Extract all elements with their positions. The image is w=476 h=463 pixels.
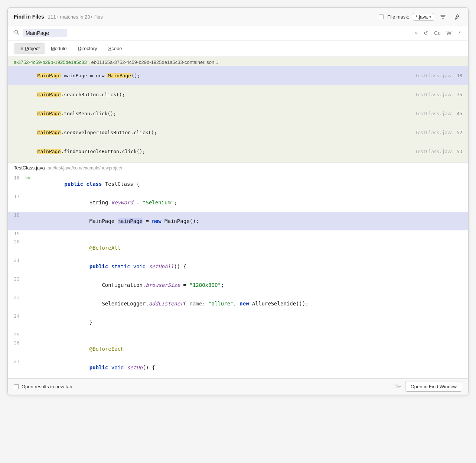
result-file-header: a-3752-4c59-b29b-1925de1a5c33", eb01165a… <box>8 58 468 66</box>
clear-search-button[interactable]: × <box>413 29 419 37</box>
file-path-gray: eb01165a-3752-4c59-b29b-1925de1a5c33-con… <box>90 59 218 65</box>
match-count: 111+ matches in 23+ files <box>48 14 103 20</box>
result-row[interactable]: mainPage.searchButton.click(); TestClass… <box>8 85 468 104</box>
line-content: SelenideLogger.addListener( name: "allur… <box>33 295 468 313</box>
result-filename: TestClass.java 45 <box>415 111 462 116</box>
line-number: 16 <box>8 175 26 181</box>
code-line-16: 16 ▷▷ public class TestClass { <box>8 175 468 193</box>
whole-word-button[interactable]: W <box>445 29 453 37</box>
panel-footer: Open results in new tab ⌘↵ Open in Find … <box>8 378 468 395</box>
code-line-23: 23 SelenideLogger.addListener( name: "al… <box>8 294 468 313</box>
regex-button[interactable]: .* <box>456 29 462 37</box>
code-preview: TestClass.java src/test/java/com/example… <box>8 162 468 378</box>
line-content: public void setUp() { <box>33 359 468 376</box>
line-content: MainPage mainPage = new MainPage(); <box>33 212 468 230</box>
code-line-21: 21 public static void setUpAll() { <box>8 257 468 276</box>
result-row[interactable]: mainPage.findYourToolsButton.click(); Te… <box>8 142 468 161</box>
result-row[interactable]: mainPage.seeDeveloperToolsButton.click()… <box>8 123 468 142</box>
chevron-down-icon: ▾ <box>429 14 431 19</box>
match-highlight: mainPage <box>37 130 61 135</box>
shortcut-label: ⌘↵ <box>393 384 402 389</box>
line-content: } <box>33 313 468 331</box>
file-mask-value: *.java <box>415 14 428 20</box>
match-highlight: MainPage <box>37 73 61 78</box>
line-content: public class TestClass { <box>33 175 468 193</box>
preview-file-header: TestClass.java src/test/java/com/example… <box>8 163 468 173</box>
open-tab-label: Open results in new tab <box>22 384 72 389</box>
code-line-27: 27 public void setUp() { <box>8 358 468 377</box>
code-line-17: 17 String keyword = "Selenium"; <box>8 193 468 212</box>
svg-point-0 <box>15 30 18 33</box>
code-line-18: 18 MainPage mainPage = new MainPage(); <box>8 212 468 230</box>
code-line-19: 19 <box>8 230 468 239</box>
result-row[interactable]: MainPage mainPage = new MainPage(); Test… <box>8 66 468 85</box>
line-content: @BeforeAll <box>33 239 468 257</box>
result-filename: TestClass.java 35 <box>415 92 462 97</box>
file-mask-checkbox[interactable] <box>379 14 384 19</box>
line-number: 22 <box>8 276 26 282</box>
result-code: mainPage.findYourToolsButton.click(); <box>14 143 415 160</box>
line-number: 19 <box>8 231 26 236</box>
run-icon[interactable]: ▷▷ <box>26 175 33 180</box>
line-content: Configuration.browserSize = "1280x800"; <box>33 276 468 294</box>
match-highlight: mainPage <box>37 111 61 116</box>
code-line-24: 24 } <box>8 313 468 331</box>
line-number: 23 <box>8 295 26 300</box>
results-area: a-3752-4c59-b29b-1925de1a5c33", eb01165a… <box>8 57 468 162</box>
file-mask-label: File mask: <box>387 14 409 20</box>
open-tab-checkbox[interactable] <box>14 384 19 389</box>
line-number: 24 <box>8 313 26 319</box>
match-highlight: mainPage <box>37 149 61 154</box>
code-line-25: 25 <box>8 331 468 340</box>
line-number: 17 <box>8 194 26 199</box>
line-content: public static void setUpAll() { <box>33 258 468 275</box>
case-sensitive-button[interactable]: Cc <box>433 29 442 37</box>
result-filename: TestClass.java 53 <box>415 149 462 154</box>
line-content: @BeforeEach <box>33 340 468 358</box>
tab-scope[interactable]: Scope <box>103 43 128 54</box>
result-filename: TestClass.java 52 <box>415 130 462 135</box>
result-code: mainPage.toolsMenu.click(); <box>14 105 415 122</box>
search-input[interactable]: MainPage <box>23 29 67 37</box>
panel-header: Find in Files 111+ matches in 23+ files … <box>8 8 468 26</box>
search-icon[interactable] <box>14 29 20 37</box>
result-code: mainPage.searchButton.click(); <box>14 86 415 103</box>
line-number: 21 <box>8 258 26 263</box>
find-in-files-panel: Find in Files 111+ matches in 23+ files … <box>7 7 469 395</box>
tab-directory[interactable]: Directory <box>72 43 103 54</box>
scope-tabs: In Project Module Directory Scope <box>8 41 468 57</box>
filter-icon[interactable] <box>438 12 448 22</box>
line-number: 20 <box>8 239 26 245</box>
tab-in-project[interactable]: In Project <box>14 43 45 54</box>
code-area: 16 ▷▷ public class TestClass { 17 String… <box>8 173 468 378</box>
result-code: mainPage.seeDeveloperToolsButton.click()… <box>14 124 415 141</box>
preview-filename: TestClass.java <box>14 165 45 171</box>
code-line-22: 22 Configuration.browserSize = "1280x800… <box>8 276 468 294</box>
line-number: 18 <box>8 212 26 218</box>
result-code: MainPage mainPage = new MainPage(); <box>14 67 415 84</box>
panel-title: Find in Files <box>14 14 44 20</box>
code-line-20: 20 @BeforeAll <box>8 239 468 257</box>
line-number: 27 <box>8 359 26 364</box>
svg-line-1 <box>17 33 19 35</box>
pin-icon[interactable] <box>452 12 462 22</box>
reload-icon[interactable]: ↺ <box>422 29 430 37</box>
open-find-window-button[interactable]: Open in Find Window <box>405 382 462 392</box>
search-bar: MainPage × ↺ Cc W .* <box>8 26 468 41</box>
result-row[interactable]: mainPage.toolsMenu.click(); TestClass.ja… <box>8 104 468 123</box>
preview-filepath: src/test/java/com/example/newproject <box>48 165 122 171</box>
tab-module[interactable]: Module <box>45 43 72 54</box>
file-mask-input[interactable]: *.java ▾ <box>413 13 434 21</box>
match-highlight: mainPage <box>37 92 61 97</box>
line-number: 25 <box>8 332 26 337</box>
code-line-26: 26 @BeforeEach <box>8 340 468 358</box>
line-number: 26 <box>8 340 26 346</box>
result-filename: TestClass.java 18 <box>415 73 462 78</box>
match-highlight2: MainPage <box>107 73 131 78</box>
file-path-green: a-3752-4c59-b29b-1925de1a5c33", <box>14 59 90 65</box>
line-content: String keyword = "Selenium"; <box>33 194 468 211</box>
